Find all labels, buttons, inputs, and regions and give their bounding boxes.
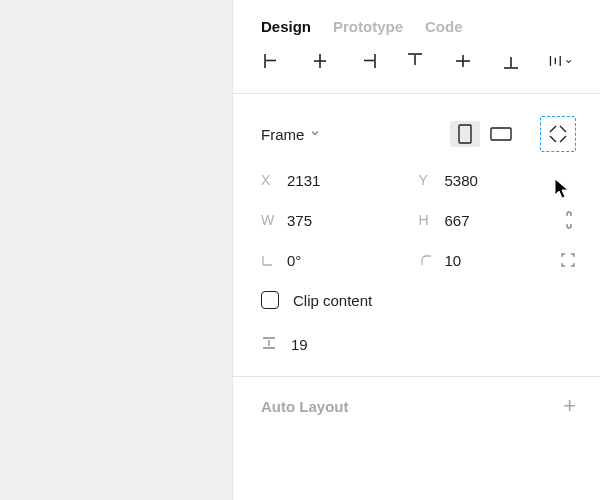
align-left-icon bbox=[263, 52, 281, 70]
rotation-key bbox=[261, 253, 287, 267]
constrain-proportions-button[interactable] bbox=[548, 210, 576, 230]
y-field[interactable]: Y 5380 bbox=[419, 172, 577, 189]
inspector-panel: Design Prototype Code Frame bbox=[232, 0, 600, 500]
angle-icon bbox=[261, 253, 275, 267]
auto-layout-title: Auto Layout bbox=[261, 398, 349, 415]
spacing-icon bbox=[261, 335, 277, 354]
spacing-value: 19 bbox=[291, 336, 308, 353]
align-bottom-button[interactable] bbox=[500, 49, 522, 73]
align-hcenter-icon bbox=[311, 52, 329, 70]
tab-prototype[interactable]: Prototype bbox=[333, 18, 403, 35]
landscape-button[interactable] bbox=[486, 121, 516, 147]
link-icon bbox=[562, 210, 576, 230]
frame-type-dropdown[interactable]: Frame bbox=[261, 126, 320, 143]
resize-to-fit-button[interactable] bbox=[540, 116, 576, 152]
align-top-icon bbox=[406, 52, 424, 70]
canvas-area[interactable] bbox=[0, 0, 232, 500]
height-field[interactable]: H 667 bbox=[419, 212, 545, 229]
x-key: X bbox=[261, 172, 287, 188]
independent-corners-button[interactable] bbox=[548, 252, 576, 268]
svg-rect-1 bbox=[491, 128, 511, 140]
frame-label: Frame bbox=[261, 126, 304, 143]
align-bottom-icon bbox=[502, 52, 520, 70]
h-value: 667 bbox=[445, 212, 470, 229]
x-field[interactable]: X 2131 bbox=[261, 172, 419, 189]
y-value: 5380 bbox=[445, 172, 478, 189]
vertical-spacing-field[interactable]: 19 bbox=[261, 326, 576, 362]
rotation-value: 0° bbox=[287, 252, 301, 269]
clip-content-row[interactable]: Clip content bbox=[261, 280, 576, 320]
tab-design[interactable]: Design bbox=[261, 18, 311, 35]
align-vcenter-icon bbox=[454, 52, 472, 70]
radius-value: 10 bbox=[445, 252, 462, 269]
corner-radius-icon bbox=[419, 253, 433, 267]
resize-to-fit-icon bbox=[548, 124, 568, 144]
align-right-button[interactable] bbox=[357, 49, 379, 73]
y-key: Y bbox=[419, 172, 445, 188]
x-value: 2131 bbox=[287, 172, 320, 189]
auto-layout-header: Auto Layout + bbox=[233, 377, 600, 417]
tab-code[interactable]: Code bbox=[425, 18, 463, 35]
align-left-button[interactable] bbox=[261, 49, 283, 73]
independent-corners-icon bbox=[560, 252, 576, 268]
chevron-down-icon bbox=[565, 57, 572, 66]
alignment-toolbar bbox=[233, 49, 600, 94]
width-field[interactable]: W 375 bbox=[261, 212, 419, 229]
frame-section: Frame bbox=[233, 94, 600, 377]
rotation-field[interactable]: 0° bbox=[261, 252, 419, 269]
portrait-icon bbox=[458, 124, 472, 144]
distribute-icon bbox=[548, 52, 563, 70]
align-vcenter-button[interactable] bbox=[452, 49, 474, 73]
align-right-icon bbox=[359, 52, 377, 70]
w-key: W bbox=[261, 212, 287, 228]
align-hcenter-button[interactable] bbox=[309, 49, 331, 73]
clip-content-label: Clip content bbox=[293, 292, 372, 309]
svg-rect-0 bbox=[459, 125, 471, 143]
radius-key bbox=[419, 253, 445, 267]
h-key: H bbox=[419, 212, 445, 228]
panel-tabs: Design Prototype Code bbox=[233, 0, 600, 49]
landscape-icon bbox=[490, 127, 512, 141]
orientation-group bbox=[450, 116, 576, 152]
radius-field[interactable]: 10 bbox=[419, 252, 545, 269]
chevron-down-icon bbox=[310, 128, 320, 140]
w-value: 375 bbox=[287, 212, 312, 229]
align-top-button[interactable] bbox=[404, 49, 426, 73]
add-auto-layout-button[interactable]: + bbox=[563, 395, 576, 417]
portrait-button[interactable] bbox=[450, 121, 480, 147]
align-distribute-button[interactable] bbox=[548, 49, 572, 73]
clip-content-checkbox[interactable] bbox=[261, 291, 279, 309]
